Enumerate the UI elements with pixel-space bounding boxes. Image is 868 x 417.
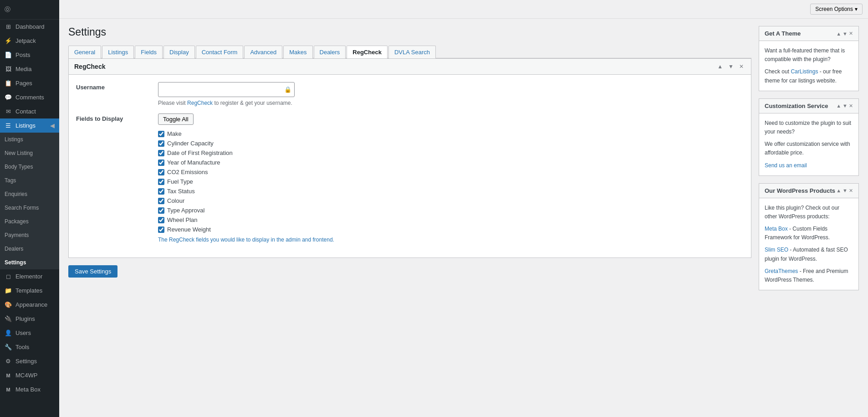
widget-wp-products-up-button[interactable]: ▲ [836, 188, 841, 194]
widget-wp-products-text1: Like this plugin? Check out our other Wo… [765, 204, 853, 221]
checkbox-wheel-plan[interactable] [158, 217, 164, 223]
panel-title: RegCheck [74, 63, 105, 70]
regcheck-link[interactable]: RegCheck [187, 100, 213, 106]
tab-general[interactable]: General [68, 46, 101, 58]
tab-fields[interactable]: Fields [135, 46, 163, 58]
toggle-all-button[interactable]: Toggle All [158, 113, 194, 125]
sidebar-item-mc4wp[interactable]: M MC4WP [0, 368, 59, 382]
username-input[interactable] [161, 84, 284, 95]
checkbox-year-manufacture[interactable] [158, 160, 164, 166]
checkbox-fuel-type-label[interactable]: Fuel Type [167, 178, 193, 185]
sidebar-subitem-enquiries[interactable]: Enquiries [0, 187, 59, 201]
sidebar-subitem-packages[interactable]: Packages [0, 215, 59, 228]
sidebar-subitem-tags[interactable]: Tags [0, 174, 59, 187]
tab-dvla-search[interactable]: DVLA Search [388, 46, 436, 58]
tab-dealers[interactable]: Dealers [314, 46, 346, 58]
sidebar-item-appearance[interactable]: 🎨 Appearance [0, 298, 59, 312]
sidebar-subitem-settings[interactable]: Settings [0, 256, 59, 269]
widget-wp-products-close-button[interactable]: ✕ [849, 188, 853, 194]
tab-contact-form[interactable]: Contact Form [196, 46, 244, 58]
widget-wp-products-down-button[interactable]: ▼ [842, 188, 848, 194]
sidebar-item-label: Tools [15, 344, 29, 350]
checkbox-type-approval-label[interactable]: Type Approval [167, 207, 204, 214]
sidebar-item-jetpack[interactable]: ⚡ Jetpack [0, 34, 59, 48]
checkbox-cylinder-capacity[interactable] [158, 140, 164, 147]
sidebar-item-comments[interactable]: 💬 Comments [0, 90, 59, 104]
subitem-label: Payments [5, 232, 29, 238]
sidebar-item-dashboard[interactable]: ⊞ Dashboard [0, 20, 59, 34]
tab-advanced[interactable]: Advanced [244, 46, 282, 58]
sidebar-subitem-dealers[interactable]: Dealers [0, 242, 59, 256]
checkbox-revenue-weight-label[interactable]: Revenue Weight [167, 226, 211, 233]
sidebar-item-elementor[interactable]: ◻ Elementor [0, 269, 59, 283]
sidebar-item-metabox[interactable]: M Meta Box [0, 382, 59, 396]
metabox-link[interactable]: Meta Box [765, 226, 788, 232]
screen-options-button[interactable]: Screen Options ▾ [810, 4, 863, 15]
widget-customization-close-button[interactable]: ✕ [849, 103, 853, 109]
settings-tabs: General Listings Fields Display Contact … [68, 46, 751, 58]
subitem-label: Dealers [5, 246, 23, 252]
checkbox-year-manufacture-label[interactable]: Year of Manufacture [167, 159, 220, 166]
sidebar-subitem-body-types[interactable]: Body Types [0, 160, 59, 174]
sidebar-item-label: Listings [15, 122, 36, 129]
checkbox-make-label[interactable]: Make [167, 130, 182, 137]
checkbox-colour-label[interactable]: Colour [167, 197, 184, 204]
panel-collapse-up-button[interactable]: ▲ [715, 62, 725, 71]
sidebar-subitem-payments[interactable]: Payments [0, 228, 59, 242]
slimseo-link[interactable]: Slim SEO [765, 247, 788, 253]
fields-to-display-row: Fields to Display Toggle All Make [76, 113, 744, 243]
sidebar-item-label: Contact [15, 108, 36, 115]
send-email-link[interactable]: Send us an email [765, 162, 807, 169]
sidebar-subitem-search-forms[interactable]: Search Forms [0, 201, 59, 215]
panel-collapse-down-button[interactable]: ▼ [726, 62, 735, 71]
list-item: Date of First Registration [158, 149, 744, 156]
sidebar-subitem-new-listing[interactable]: New Listing [0, 146, 59, 160]
sidebar-item-plugins[interactable]: 🔌 Plugins [0, 312, 59, 326]
sidebar-item-pages[interactable]: 📋 Pages [0, 76, 59, 90]
settings-icon: ⚙ [5, 358, 12, 365]
widget-customization-up-button[interactable]: ▲ [836, 103, 841, 109]
checkbox-tax-status-label[interactable]: Tax Status [167, 188, 195, 195]
panel-close-button[interactable]: ✕ [737, 62, 745, 71]
sidebar-item-label: Settings [15, 358, 37, 365]
widget-get-a-theme-down-button[interactable]: ▼ [842, 31, 848, 36]
sidebar-item-users[interactable]: 👤 Users [0, 326, 59, 340]
checkbox-tax-status[interactable] [158, 188, 164, 195]
widget-get-a-theme-up-button[interactable]: ▲ [836, 31, 841, 36]
checkbox-wheel-plan-label[interactable]: Wheel Plan [167, 216, 197, 223]
widget-get-a-theme-close-button[interactable]: ✕ [849, 31, 853, 36]
tab-display[interactable]: Display [163, 46, 195, 58]
checkbox-co2-emissions-label[interactable]: CO2 Emissions [167, 169, 208, 175]
sidebar-item-templates[interactable]: 📁 Templates [0, 283, 59, 298]
sidebar-item-media[interactable]: 🖼 Media [0, 62, 59, 76]
checkbox-revenue-weight[interactable] [158, 227, 164, 233]
sidebar-item-settings[interactable]: ⚙ Settings [0, 354, 59, 368]
wp-logo-icon: ⓪ [5, 5, 10, 14]
sidebar-item-contact[interactable]: ✉ Contact [0, 104, 59, 118]
main-content: Settings General Listings Fields Display… [68, 26, 751, 410]
gretathemes-link[interactable]: GretaThemes [765, 268, 798, 274]
widget-wordpress-products-header: Our WordPress Products ▲ ▼ ✕ [759, 184, 858, 198]
sidebar-item-posts[interactable]: 📄 Posts [0, 48, 59, 62]
save-settings-button[interactable]: Save Settings [68, 265, 117, 278]
widget-customization-down-button[interactable]: ▼ [842, 103, 848, 109]
tab-makes[interactable]: Makes [283, 46, 312, 58]
checkbox-fuel-type[interactable] [158, 179, 164, 185]
checkbox-date-first-reg-label[interactable]: Date of First Registration [167, 149, 233, 156]
carlistings-link[interactable]: CarListings [791, 68, 818, 75]
checkbox-co2-emissions[interactable] [158, 169, 164, 175]
checkbox-make[interactable] [158, 131, 164, 137]
subitem-label: Settings [5, 259, 26, 266]
checkbox-date-first-reg[interactable] [158, 150, 164, 156]
checkbox-colour[interactable] [158, 198, 164, 204]
tab-regcheck[interactable]: RegCheck [347, 46, 388, 58]
list-item: Type Approval [158, 207, 744, 214]
sidebar-subitem-listings[interactable]: Listings [0, 133, 59, 146]
sidebar-item-tools[interactable]: 🔧 Tools [0, 340, 59, 354]
checkbox-cylinder-capacity-label[interactable]: Cylinder Capacity [167, 140, 214, 147]
checkbox-type-approval[interactable] [158, 207, 164, 214]
tab-listings[interactable]: Listings [102, 46, 134, 58]
username-label: Username [76, 82, 158, 91]
sidebar-item-listings[interactable]: ☰ Listings ◀ [0, 118, 59, 133]
listings-icon: ☰ [5, 122, 12, 129]
